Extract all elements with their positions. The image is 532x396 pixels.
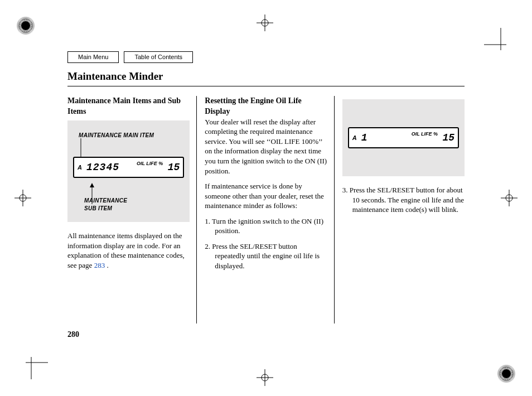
lcd-oil-label: OIL LIFE % (137, 160, 163, 167)
lcd-screen: A 1 OIL LIFE % 15 (348, 127, 459, 148)
registration-mark-cross (257, 369, 273, 386)
col1-paragraph: All maintenance items displayed on the i… (67, 231, 190, 270)
col2-para1: Your dealer will reset the display after… (205, 117, 327, 176)
svg-point-49 (21, 21, 30, 30)
step-3: 3. Press the SEL/RESET button for about … (342, 185, 465, 215)
svg-point-99 (502, 369, 511, 378)
nav-buttons: Main Menu Table of Contents (67, 51, 193, 63)
col2-heading: Resetting the Engine Oil Life Display (205, 96, 327, 117)
registration-mark-cross (14, 190, 31, 206)
col1-heading: Maintenance Main Items and Sub Items (67, 96, 190, 117)
lcd-percent: 15 (442, 131, 454, 144)
page-link-283[interactable]: 283 (94, 261, 105, 269)
registration-mark-corner (484, 28, 518, 50)
registration-mark-corner (14, 357, 48, 379)
registration-mark-cross (501, 190, 518, 206)
lcd-diagram-1: MAINTENANCE MAIN ITEM A 12345 OIL LIFE %… (67, 120, 190, 223)
lcd-digits: 12345 (86, 161, 119, 174)
toc-button[interactable]: Table of Contents (124, 51, 193, 63)
steps-list-continued: 3. Press the SEL/RESET button for about … (342, 185, 465, 215)
column-3: A 1 OIL LIFE % 15 3. Press the SEL/RESET… (334, 96, 465, 323)
lcd-oil-label: OIL LIFE % (412, 131, 438, 137)
column-2: Resetting the Engine Oil Life Display Yo… (196, 96, 333, 323)
callout-sub-item-l2: SUB ITEM (84, 205, 112, 211)
lcd-diagram-2: A 1 OIL LIFE % 15 (342, 99, 465, 176)
body-columns: Maintenance Main Items and Sub Items MAI… (67, 96, 465, 323)
registration-mark-cross (257, 15, 273, 31)
step-2: 2. Press the SEL/RESET button repeatedly… (205, 242, 327, 271)
main-menu-button[interactable]: Main Menu (67, 51, 119, 63)
registration-mark-starburst (495, 363, 518, 385)
col1-text-post: . (105, 261, 109, 269)
registration-mark-starburst (14, 15, 37, 37)
lcd-letter: A (352, 134, 357, 142)
col2-para2: If maintenance service is done by someon… (205, 181, 327, 211)
step-1: 1. Turn the ignition switch to the ON (I… (205, 216, 327, 236)
lcd-letter: A (78, 163, 82, 172)
lcd-screen: A 12345 OIL LIFE % 15 (73, 157, 184, 178)
steps-list: 1. Turn the ignition switch to the ON (I… (205, 216, 327, 271)
lcd-percent: 15 (168, 161, 180, 174)
lcd-digits: 1 (361, 131, 368, 144)
document-page: Main Menu Table of Contents Maintenance … (0, 0, 532, 396)
pointer-line-bottom-icon (89, 183, 100, 204)
page-title: Maintenance Minder (67, 69, 465, 86)
callout-main-item: MAINTENANCE MAIN ITEM (79, 132, 184, 139)
page-number: 280 (67, 330, 79, 340)
col1-text-pre: All maintenance items displayed on the i… (67, 231, 185, 269)
column-1: Maintenance Main Items and Sub Items MAI… (67, 96, 196, 323)
